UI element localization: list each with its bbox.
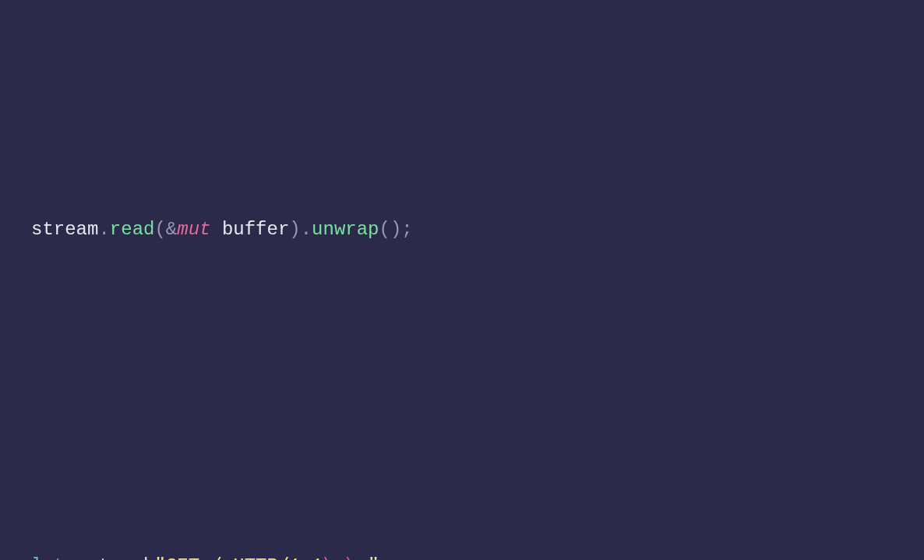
method-call: unwrap xyxy=(312,219,379,240)
escape-sequence: \n xyxy=(345,555,368,560)
string-close: " xyxy=(368,555,379,560)
operator-amp: & xyxy=(166,219,177,240)
punct-semi: ; xyxy=(379,555,390,560)
identifier: buffer xyxy=(222,219,289,240)
byte-string-prefix: b xyxy=(143,555,154,560)
punct-rparen: ) xyxy=(289,219,300,240)
punct-dot: . xyxy=(301,219,312,240)
code-line[interactable]: let get = b"GET / HTTP/1.1\r\n"; xyxy=(31,549,924,560)
punct-dot: . xyxy=(98,219,109,240)
code-line[interactable] xyxy=(31,381,924,414)
method-call: read xyxy=(110,219,155,240)
keyword-let: let xyxy=(31,555,65,560)
identifier: stream xyxy=(31,219,98,240)
string-open: " xyxy=(154,555,165,560)
punct-rparen: ) xyxy=(390,219,401,240)
code-editor[interactable]: stream.read(&mut buffer).unwrap(); let g… xyxy=(0,0,924,560)
operator-eq: = xyxy=(121,555,132,560)
punct-semi: ; xyxy=(401,219,412,240)
punct-lparen: ( xyxy=(154,219,165,240)
whitespace xyxy=(210,219,221,240)
identifier: get xyxy=(76,555,110,560)
escape-sequence: \r xyxy=(323,555,346,560)
punct-lparen: ( xyxy=(379,219,390,240)
keyword-mut: mut xyxy=(177,219,210,240)
string-content: GET / HTTP/1.1 xyxy=(166,555,323,560)
code-line[interactable]: stream.read(&mut buffer).unwrap(); xyxy=(31,213,924,246)
